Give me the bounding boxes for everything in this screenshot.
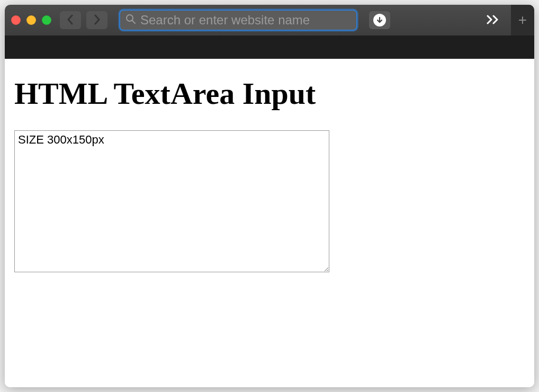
window-controls <box>11 15 51 25</box>
svg-line-1 <box>132 21 135 23</box>
page-heading: HTML TextArea Input <box>14 76 525 111</box>
minimize-window-button[interactable] <box>26 15 36 25</box>
address-bar[interactable] <box>119 10 357 31</box>
chevron-left-icon <box>67 14 74 26</box>
forward-button[interactable] <box>86 11 107 29</box>
chevron-right-icon <box>93 14 101 26</box>
back-button[interactable] <box>60 11 81 29</box>
demo-textarea[interactable] <box>14 130 329 272</box>
chevron-double-right-icon <box>486 15 500 26</box>
svg-point-0 <box>127 15 133 21</box>
downloads-button[interactable] <box>369 11 390 29</box>
page-content: HTML TextArea Input <box>5 59 534 387</box>
titlebar: + <box>5 5 534 35</box>
maximize-window-button[interactable] <box>42 15 51 25</box>
search-icon <box>125 14 136 26</box>
download-arrow-icon <box>373 14 386 26</box>
close-window-button[interactable] <box>11 15 21 25</box>
address-input[interactable] <box>140 13 351 28</box>
plus-icon: + <box>518 13 527 28</box>
favorites-bar <box>5 35 534 59</box>
overflow-button[interactable] <box>482 11 504 29</box>
browser-window: + HTML TextArea Input <box>5 5 534 387</box>
